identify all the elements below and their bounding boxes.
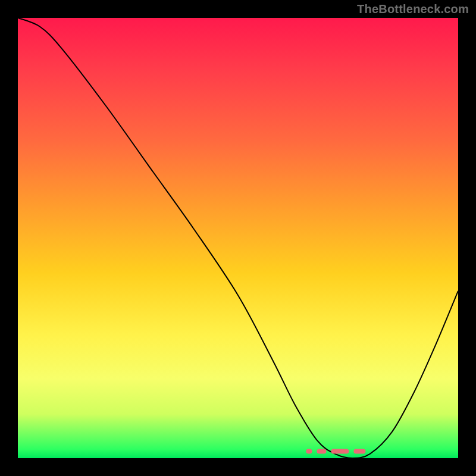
plot-area bbox=[18, 18, 458, 458]
chart-container: TheBottleneck.com bbox=[0, 0, 476, 476]
curve-layer bbox=[18, 18, 458, 458]
attribution-label: TheBottleneck.com bbox=[357, 2, 469, 16]
bottleneck-curve bbox=[18, 18, 458, 458]
